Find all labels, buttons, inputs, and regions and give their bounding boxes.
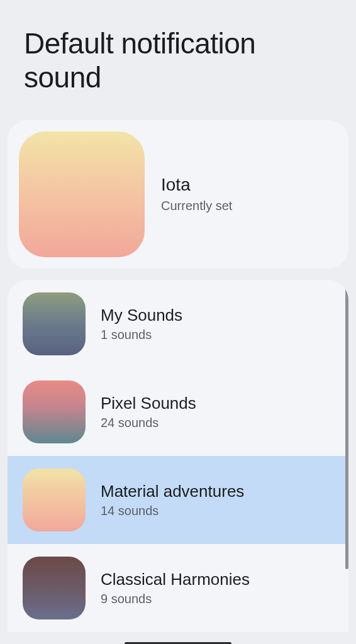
category-item-material-adventures[interactable]: Material adventures 14 sounds: [8, 456, 348, 544]
category-item-classical-harmonies[interactable]: Classical Harmonies 9 sounds: [8, 544, 348, 632]
category-count: 9 sounds: [101, 592, 250, 606]
current-sound-card[interactable]: Iota Currently set: [8, 120, 348, 269]
category-name: Pixel Sounds: [101, 394, 196, 413]
category-count: 24 sounds: [101, 416, 196, 430]
page-title: Default notification sound: [0, 0, 356, 114]
scrollbar[interactable]: [345, 280, 348, 569]
category-thumbnail: [23, 380, 86, 443]
current-sound-name: Iota: [161, 175, 232, 195]
category-count: 1 sounds: [101, 328, 182, 342]
category-thumbnail: [23, 469, 86, 531]
current-sound-thumbnail: [19, 131, 145, 257]
category-thumbnail: [23, 292, 86, 355]
category-name: Classical Harmonies: [101, 570, 250, 589]
category-name: Material adventures: [101, 482, 244, 501]
category-item-my-sounds[interactable]: My Sounds 1 sounds: [8, 280, 348, 368]
category-count: 14 sounds: [101, 504, 244, 518]
category-thumbnail: [23, 557, 86, 619]
current-sound-status: Currently set: [161, 199, 232, 213]
sound-category-list: My Sounds 1 sounds Pixel Sounds 24 sound…: [8, 280, 348, 632]
category-name: My Sounds: [101, 306, 182, 325]
category-item-pixel-sounds[interactable]: Pixel Sounds 24 sounds: [8, 368, 348, 456]
